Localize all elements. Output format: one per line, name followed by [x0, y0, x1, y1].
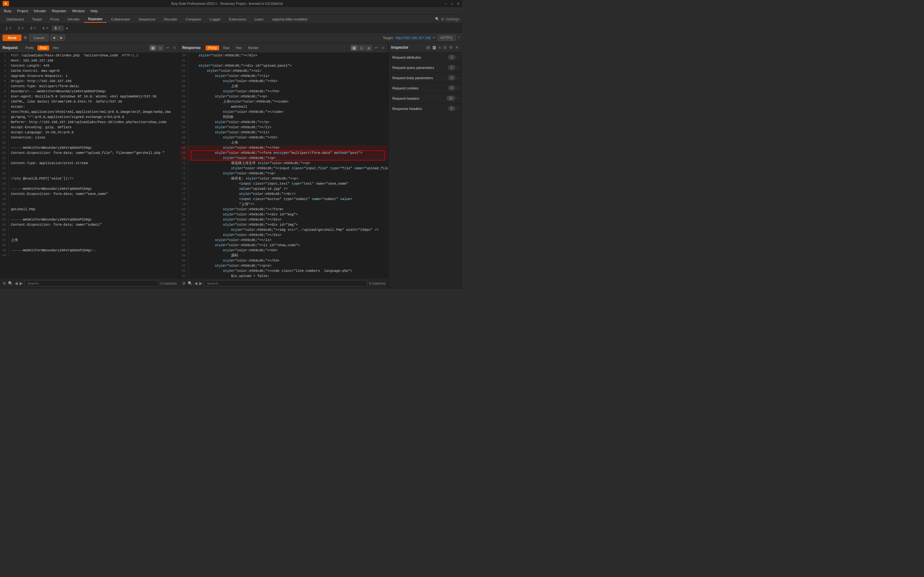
- request-nav-next[interactable]: ▶: [19, 281, 23, 285]
- request-search-settings[interactable]: 🔍: [8, 281, 13, 285]
- request-code-area[interactable]: 1POST /uploadlabs/Pass-20/index.php ?act…: [0, 53, 179, 278]
- close-tab-4[interactable]: ✕: [46, 26, 48, 30]
- inspector-align-icon[interactable]: ≡: [438, 45, 442, 50]
- response-search-settings[interactable]: 🔍: [188, 281, 192, 285]
- navtab-comparer[interactable]: Comparer: [182, 16, 205, 23]
- prev-button[interactable]: ◀: [50, 35, 57, 41]
- navtab-intruder[interactable]: Intruder: [64, 16, 84, 23]
- line-number: 78: [180, 197, 189, 201]
- line-number: 75: [180, 181, 189, 186]
- navtab-target[interactable]: Target: [28, 16, 46, 23]
- inspector-section-request-attributes-header[interactable]: Request attributes 2 ›: [389, 52, 462, 62]
- navtab-sequencer[interactable]: Sequencer: [135, 16, 160, 23]
- response-tab-render[interactable]: Render: [246, 45, 261, 50]
- request-tab-hex[interactable]: Hex: [50, 45, 61, 50]
- menu-repeater[interactable]: Repeater: [49, 8, 69, 13]
- edit-target-icon[interactable]: ✏: [433, 35, 436, 40]
- line-content: <input class="button" type="submit" name…: [191, 197, 388, 201]
- menu-burp[interactable]: Burp: [1, 8, 14, 13]
- response-more-btn[interactable]: ≡: [381, 45, 385, 51]
- cancel-button[interactable]: Cancel: [29, 34, 48, 41]
- inspector-close-icon[interactable]: ✕: [454, 45, 459, 50]
- repeater-tab-2[interactable]: 2 ✕: [15, 25, 27, 31]
- inspector-view-1[interactable]: ▤: [425, 45, 431, 50]
- inspector-section-request-headers[interactable]: Request headers 12 ›: [389, 93, 462, 103]
- inspector-section-response-headers[interactable]: Response headers 6 ›: [389, 103, 462, 114]
- request-tab-pretty[interactable]: Pretty: [23, 45, 36, 50]
- response-tab-hex[interactable]: Hex: [234, 45, 244, 50]
- request-view-btn-2[interactable]: ▥: [157, 45, 164, 51]
- navtab-captcha[interactable]: captcha-killer-modified: [268, 16, 311, 23]
- request-view-btn-1[interactable]: ▤: [150, 45, 156, 51]
- inspector-collapse-icon[interactable]: ⊟: [443, 45, 447, 50]
- response-line: 79 "上传"/>: [180, 201, 388, 207]
- navtab-dashboard[interactable]: Dashboard: [3, 16, 27, 23]
- response-wrap-btn[interactable]: ↵: [373, 45, 379, 51]
- response-search-input[interactable]: [204, 280, 367, 287]
- request-more-btn[interactable]: ≡: [172, 45, 177, 51]
- response-tab-raw[interactable]: Raw: [220, 45, 232, 50]
- response-line: 63 style="color:#569cd6;"></p>: [180, 119, 388, 125]
- inspector-section-cookies-header[interactable]: Request cookies 0 ›: [389, 83, 462, 93]
- next-button[interactable]: ▶: [58, 35, 65, 41]
- inspector-view-2[interactable]: ▥: [431, 45, 437, 50]
- inspector-section-query-params[interactable]: Request query parameters 1 ›: [389, 63, 462, 73]
- menu-help[interactable]: Help: [88, 8, 100, 13]
- navtab-logger[interactable]: Logger: [206, 16, 224, 23]
- menu-project[interactable]: Project: [15, 8, 31, 13]
- help-icon[interactable]: ?: [457, 36, 459, 40]
- response-line: 55 style="color:#569cd6;"><h3>: [180, 79, 388, 84]
- repeater-tab-4[interactable]: 4 ✕: [39, 25, 51, 31]
- response-code-area[interactable]: 50 style="color:#569cd6;"></div>5152 sty…: [180, 53, 388, 278]
- navtab-proxy[interactable]: Proxy: [46, 16, 63, 23]
- inspector-section-cookies[interactable]: Request cookies 0 ›: [389, 83, 462, 93]
- navtab-collaborator[interactable]: Collaborator: [107, 16, 134, 23]
- repeater-tab-1[interactable]: 1 ✕: [3, 25, 15, 31]
- gear-icon[interactable]: ⚙: [23, 35, 27, 40]
- response-tab-pretty[interactable]: Pretty: [206, 45, 219, 50]
- inspector-section-body-params[interactable]: Request body parameters 3 ›: [389, 73, 462, 83]
- navtab-learn[interactable]: Learn: [250, 16, 267, 23]
- response-nav-prev[interactable]: ◀: [194, 281, 197, 285]
- inspector-settings-icon[interactable]: ⚙: [448, 45, 454, 50]
- close-tab-1[interactable]: ✕: [9, 26, 11, 30]
- request-search-prev[interactable]: ⚙: [3, 281, 6, 285]
- request-wrap-btn[interactable]: ↵: [165, 45, 171, 51]
- repeater-tab-5[interactable]: 5 ✕: [52, 25, 64, 31]
- http-version-select[interactable]: HTTP/1: [438, 35, 456, 41]
- inspector-section-body-params-header[interactable]: Request body parameters 3 ›: [389, 73, 462, 83]
- search-icon[interactable]: 🔍: [435, 17, 439, 21]
- request-nav-prev[interactable]: ◀: [15, 281, 18, 285]
- request-tab-raw[interactable]: Raw: [37, 45, 49, 50]
- menu-window[interactable]: Window: [69, 8, 87, 13]
- request-search-input[interactable]: [24, 280, 158, 287]
- menu-intruder[interactable]: Intruder: [31, 8, 49, 13]
- line-content: style="color:#569cd6;"><ol>: [191, 68, 388, 73]
- inspector-section-response-headers-header[interactable]: Response headers 6 ›: [389, 103, 462, 113]
- settings-button[interactable]: ⚙ Settings: [441, 17, 459, 21]
- navtab-repeater[interactable]: Repeater: [84, 16, 106, 23]
- inspector-section-query-params-header[interactable]: Request query parameters 1 ›: [389, 63, 462, 73]
- inspector-section-request-attributes[interactable]: Request attributes 2 ›: [389, 52, 462, 63]
- repeater-tab-3[interactable]: 3 ✕: [27, 25, 39, 31]
- close-tab-3[interactable]: ✕: [33, 26, 36, 30]
- navtab-extensions[interactable]: Extensions: [225, 16, 250, 23]
- close-tab-5[interactable]: ✕: [58, 26, 61, 30]
- response-view-btn-3[interactable]: ▦: [365, 45, 372, 51]
- line-content: 保存名: style="color:#569cd6;"><p>: [191, 176, 388, 181]
- response-view-btn-2[interactable]: ▥: [358, 45, 365, 51]
- minimize-button[interactable]: ─: [445, 2, 447, 5]
- close-button[interactable]: ✕: [457, 2, 459, 5]
- close-tab-2[interactable]: ✕: [21, 26, 24, 30]
- inspector-section-request-headers-header[interactable]: Request headers 12 ›: [389, 93, 462, 103]
- add-tab-button[interactable]: +: [64, 25, 70, 31]
- navtab-decoder[interactable]: Decoder: [160, 16, 181, 23]
- response-line: 86 style="color:#569cd6;"></li>: [180, 237, 388, 243]
- send-button[interactable]: Send: [3, 35, 21, 41]
- response-search-prev[interactable]: ⚙: [182, 281, 186, 285]
- maximize-button[interactable]: □: [451, 2, 453, 5]
- response-nav-next[interactable]: ▶: [199, 281, 202, 285]
- target-url[interactable]: http://192.168.157.166: [396, 36, 431, 40]
- response-view-btn-1[interactable]: ▤: [351, 45, 357, 51]
- line-number: 51: [180, 58, 189, 63]
